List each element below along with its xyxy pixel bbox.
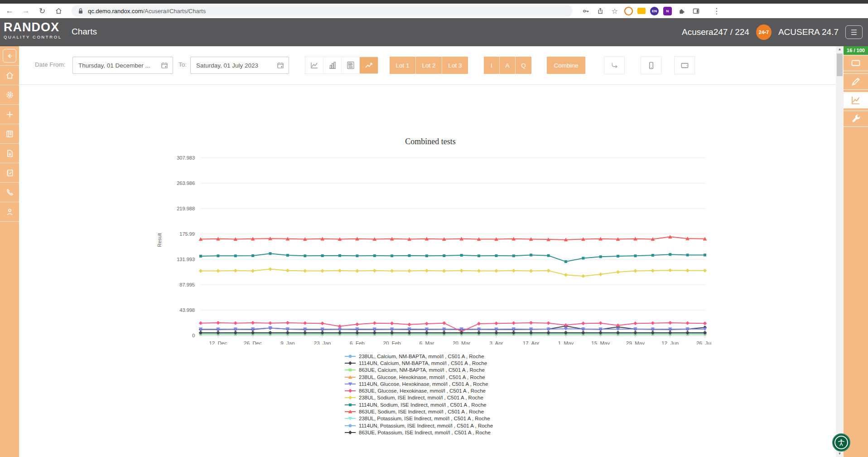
chart-title: Combined tests (405, 137, 456, 146)
scroll-down-icon[interactable]: ▼ (836, 451, 844, 457)
sidebar-item-profile[interactable] (0, 202, 19, 222)
x-axis-tick-label: 29. May (626, 340, 645, 345)
lot-1-button[interactable]: Lot 1 (390, 57, 416, 74)
extension-folder-icon[interactable] (637, 8, 646, 14)
header-right: Acusera247 / 224 24•7 ACUSERA 24.7 ☰ (682, 18, 863, 46)
sidebar-item-settings[interactable] (0, 85, 19, 105)
x-axis-tick-label: 20. Mar (453, 340, 470, 345)
extension-onenote-icon[interactable]: N (663, 7, 672, 15)
share-icon[interactable] (595, 6, 605, 16)
y-axis-tick-label: 307.983 (177, 155, 195, 160)
extension-bot-icon[interactable] (624, 7, 633, 15)
legend-item[interactable]: 1114UN, Glucose, Hexokinase, mmol/l , C5… (344, 380, 493, 387)
file-download-icon (5, 149, 14, 158)
browser-reload-button[interactable]: ↻ (35, 4, 49, 18)
gear-icon (5, 90, 14, 100)
bookmark-star-icon[interactable]: ☆ (610, 6, 620, 16)
bar-chart-button[interactable] (323, 57, 342, 73)
right-sidebar: 16 / 100 (844, 46, 868, 457)
trend-chart-icon (364, 61, 373, 70)
address-bar[interactable]: qc.demo.randox.com/Acusera#Charts/Charts (72, 5, 573, 17)
legend-item[interactable]: 1114UN, Sodium, ISE Indirect, mmol/l , C… (344, 401, 493, 408)
browser-home-button[interactable] (52, 4, 65, 18)
sidebar-item-home[interactable] (0, 66, 19, 85)
browser-menu-icon[interactable]: ⋮ (713, 6, 720, 16)
legend-label: 863UE, Glucose, Hexokinase, mmol/l , C50… (359, 388, 486, 394)
q-button[interactable]: Q (516, 57, 531, 74)
legend-marker-icon (344, 354, 356, 359)
combine-button[interactable]: Combine (547, 57, 585, 74)
browser-tab-strip (0, 0, 868, 4)
usage-counter-badge: 16 / 100 (844, 46, 868, 55)
legend-marker-icon (344, 430, 356, 435)
sidebar-item-contact[interactable] (0, 183, 19, 202)
legend-marker-icon (344, 409, 356, 414)
page-scrollbar[interactable]: ▲ ▼ (836, 46, 844, 457)
legend-label: 863UE, Potassium, ISE Indirect, mmol/l ,… (359, 430, 491, 435)
mobile-icon (647, 61, 656, 70)
date-to-input[interactable]: Saturday, 01 July 2023 (190, 57, 289, 74)
lot-button-group: Lot 1 Lot 2 Lot 3 (390, 57, 468, 74)
extension-en-icon[interactable]: EN (650, 7, 659, 15)
legend-item[interactable]: 238UL, Calcium, NM-BAPTA, mmol/l , C501 … (344, 353, 493, 360)
hamburger-menu-button[interactable]: ☰ (845, 25, 863, 39)
legend-label: 238UL, Sodium, ISE Indirect, mmol/l , C5… (359, 395, 483, 400)
sidebar-item-tasks[interactable] (0, 163, 19, 183)
tablet-view-button[interactable] (674, 56, 695, 74)
sidebar-item-export[interactable] (0, 144, 19, 163)
a-button[interactable]: A (500, 57, 516, 74)
charts-panel-button[interactable] (844, 92, 868, 108)
legend-item[interactable]: 1114UN, Calcium, NM-BAPTA, mmol/l , C501… (344, 360, 493, 366)
lot-3-button[interactable]: Lot 3 (442, 57, 468, 74)
bar-chart-icon (328, 61, 337, 70)
legend-item[interactable]: 1114UN, Potassium, ISE Indirect, mmol/l … (344, 422, 493, 429)
y-axis-label: Result (157, 233, 162, 247)
x-axis-tick-label: 26. Dec (244, 340, 262, 345)
legend-item[interactable]: 238UL, Glucose, Hexokinase, mmol/l , C50… (344, 374, 493, 380)
legend-item[interactable]: 238UL, Potassium, ISE Indirect, mmol/l ,… (344, 415, 493, 422)
calendar-icon (277, 62, 284, 69)
mobile-view-button[interactable] (641, 56, 661, 74)
clipboard-check-icon (5, 168, 14, 178)
y-axis-tick-label: 43.998 (179, 307, 195, 313)
legend-marker-icon (344, 402, 356, 408)
legend-item[interactable]: 863UE, Glucose, Hexokinase, mmol/l , C50… (344, 387, 493, 394)
password-key-icon[interactable] (581, 6, 591, 16)
legend-item[interactable]: 238UL, Sodium, ISE Indirect, mmol/l , C5… (344, 394, 493, 401)
legend-label: 238UL, Glucose, Hexokinase, mmol/l , C50… (359, 374, 485, 380)
legend-marker-icon (344, 367, 356, 373)
sidebar-item-add[interactable] (0, 105, 19, 124)
sidebar-item-back[interactable] (0, 46, 19, 66)
return-button[interactable] (604, 56, 625, 74)
extensions-puzzle-icon[interactable] (676, 6, 686, 16)
line-chart-button[interactable] (305, 57, 323, 73)
card-panel-button[interactable] (844, 55, 868, 71)
line-chart-icon (850, 95, 861, 106)
calendar-icon (161, 62, 168, 69)
trend-chart-button[interactable] (360, 57, 378, 73)
date-to-label: To: (178, 61, 187, 68)
chart-toolbar: Date From: Thursday, 01 December ... To:… (19, 46, 836, 85)
sidebar-item-reports[interactable] (0, 124, 19, 144)
url-text: qc.demo.randox.com/Acusera#Charts/Charts (88, 8, 206, 15)
lot-2-button[interactable]: Lot 2 (416, 57, 442, 74)
browser-back-button[interactable]: ← (3, 4, 16, 18)
report-chart-button[interactable] (342, 57, 360, 73)
side-panel-icon[interactable] (691, 6, 701, 16)
edit-panel-button[interactable] (844, 73, 868, 90)
browser-forward-button[interactable]: → (19, 4, 33, 18)
logo-subtitle: QUALITY CONTROL (4, 35, 62, 39)
accessibility-widget[interactable] (832, 433, 850, 452)
legend-label: 1114UN, Sodium, ISE Indirect, mmol/l , C… (359, 402, 486, 408)
date-from-input[interactable]: Thursday, 01 December ... (72, 57, 173, 74)
legend-item[interactable]: 863UE, Sodium, ISE Indirect, mmol/l , C5… (344, 408, 493, 415)
tools-panel-button[interactable] (844, 111, 868, 127)
return-arrow-icon (610, 61, 619, 70)
phone-icon (5, 188, 14, 197)
i-button[interactable]: I (484, 57, 500, 74)
legend-item[interactable]: 863UE, Potassium, ISE Indirect, mmol/l ,… (344, 429, 493, 436)
scroll-up-icon[interactable]: ▲ (836, 46, 844, 53)
legend-item[interactable]: 863UE, Calcium, NM-BAPTA, mmol/l , C501 … (344, 367, 493, 374)
line-chart-icon (310, 61, 319, 70)
scrollbar-thumb[interactable] (837, 53, 843, 76)
